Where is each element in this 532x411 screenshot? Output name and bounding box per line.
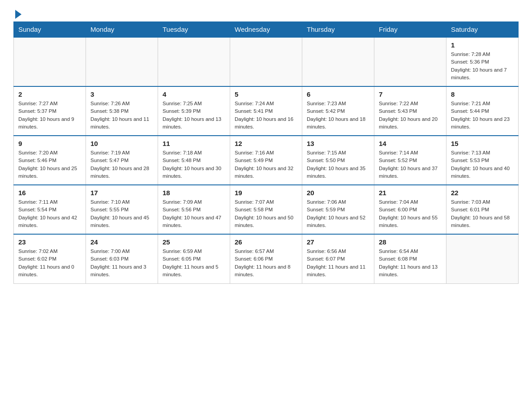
- day-info: Sunrise: 7:02 AMSunset: 6:02 PMDaylight:…: [18, 248, 81, 278]
- day-info: Sunrise: 7:10 AMSunset: 5:55 PMDaylight:…: [90, 198, 153, 229]
- day-number: 27: [307, 238, 369, 246]
- day-number: 14: [379, 140, 442, 147]
- day-info: Sunrise: 7:07 AMSunset: 5:58 PMDaylight:…: [235, 198, 297, 229]
- day-of-week-header: Friday: [374, 22, 446, 38]
- calendar-day-cell: 25Sunrise: 6:59 AMSunset: 6:05 PMDayligh…: [158, 234, 230, 283]
- day-number: 15: [451, 140, 514, 147]
- calendar-day-cell: 23Sunrise: 7:02 AMSunset: 6:02 PMDayligh…: [14, 234, 86, 283]
- calendar-day-cell: 15Sunrise: 7:13 AMSunset: 5:53 PMDayligh…: [446, 136, 519, 185]
- calendar-day-cell: 1Sunrise: 7:28 AMSunset: 5:36 PMDaylight…: [446, 37, 519, 86]
- calendar-day-cell: 16Sunrise: 7:11 AMSunset: 5:54 PMDayligh…: [14, 185, 86, 234]
- calendar-table: SundayMondayTuesdayWednesdayThursdayFrid…: [13, 21, 519, 284]
- day-info: Sunrise: 7:21 AMSunset: 5:44 PMDaylight:…: [451, 100, 514, 131]
- day-number: 17: [90, 189, 153, 197]
- day-of-week-header: Saturday: [446, 22, 519, 38]
- calendar-day-cell: [158, 37, 230, 86]
- day-info: Sunrise: 7:16 AMSunset: 5:49 PMDaylight:…: [235, 149, 297, 180]
- day-of-week-header: Thursday: [302, 22, 374, 38]
- calendar-day-cell: 24Sunrise: 7:00 AMSunset: 6:03 PMDayligh…: [86, 234, 158, 283]
- day-info: Sunrise: 7:18 AMSunset: 5:48 PMDaylight:…: [163, 149, 225, 180]
- day-number: 25: [163, 238, 225, 246]
- day-info: Sunrise: 7:06 AMSunset: 5:59 PMDaylight:…: [307, 198, 369, 229]
- day-info: Sunrise: 7:14 AMSunset: 5:52 PMDaylight:…: [379, 149, 442, 180]
- day-info: Sunrise: 7:23 AMSunset: 5:42 PMDaylight:…: [307, 100, 369, 131]
- day-info: Sunrise: 7:24 AMSunset: 5:41 PMDaylight:…: [235, 100, 297, 131]
- day-info: Sunrise: 7:22 AMSunset: 5:43 PMDaylight:…: [379, 100, 442, 131]
- day-number: 28: [379, 238, 442, 246]
- logo-arrow-icon: [15, 10, 21, 19]
- day-number: 5: [235, 90, 297, 98]
- calendar-day-cell: 7Sunrise: 7:22 AMSunset: 5:43 PMDaylight…: [374, 86, 446, 136]
- day-number: 18: [163, 189, 225, 197]
- day-of-week-header: Wednesday: [230, 22, 302, 38]
- day-info: Sunrise: 7:11 AMSunset: 5:54 PMDaylight:…: [18, 198, 81, 229]
- calendar-day-cell: [14, 37, 86, 86]
- calendar-header-row: SundayMondayTuesdayWednesdayThursdayFrid…: [14, 22, 519, 38]
- day-of-week-header: Sunday: [14, 22, 86, 38]
- calendar-day-cell: 18Sunrise: 7:09 AMSunset: 5:56 PMDayligh…: [158, 185, 230, 234]
- day-info: Sunrise: 7:28 AMSunset: 5:36 PMDaylight:…: [451, 51, 514, 81]
- logo: [13, 9, 21, 17]
- calendar-week-row: 1Sunrise: 7:28 AMSunset: 5:36 PMDaylight…: [14, 37, 519, 86]
- calendar-day-cell: [446, 234, 519, 283]
- day-of-week-header: Tuesday: [158, 22, 230, 38]
- day-number: 12: [235, 140, 297, 147]
- calendar-day-cell: 26Sunrise: 6:57 AMSunset: 6:06 PMDayligh…: [230, 234, 302, 283]
- day-info: Sunrise: 7:09 AMSunset: 5:56 PMDaylight:…: [163, 198, 225, 229]
- day-info: Sunrise: 6:59 AMSunset: 6:05 PMDaylight:…: [163, 248, 225, 278]
- page-header: [13, 9, 519, 17]
- day-number: 21: [379, 189, 442, 197]
- day-number: 20: [307, 189, 369, 197]
- day-info: Sunrise: 7:26 AMSunset: 5:38 PMDaylight:…: [90, 100, 153, 131]
- calendar-day-cell: [374, 37, 446, 86]
- day-number: 3: [90, 90, 153, 98]
- day-info: Sunrise: 7:04 AMSunset: 6:00 PMDaylight:…: [379, 198, 442, 229]
- calendar-day-cell: 9Sunrise: 7:20 AMSunset: 5:46 PMDaylight…: [14, 136, 86, 185]
- calendar-day-cell: 14Sunrise: 7:14 AMSunset: 5:52 PMDayligh…: [374, 136, 446, 185]
- day-number: 1: [451, 41, 514, 49]
- day-number: 2: [18, 90, 81, 98]
- day-info: Sunrise: 6:54 AMSunset: 6:08 PMDaylight:…: [379, 248, 442, 278]
- calendar-week-row: 23Sunrise: 7:02 AMSunset: 6:02 PMDayligh…: [14, 234, 519, 283]
- day-number: 13: [307, 140, 369, 147]
- day-info: Sunrise: 7:13 AMSunset: 5:53 PMDaylight:…: [451, 149, 514, 180]
- calendar-day-cell: [230, 37, 302, 86]
- day-number: 24: [90, 238, 153, 246]
- day-info: Sunrise: 7:19 AMSunset: 5:47 PMDaylight:…: [90, 149, 153, 180]
- day-number: 22: [451, 189, 514, 197]
- day-info: Sunrise: 6:57 AMSunset: 6:06 PMDaylight:…: [235, 248, 297, 278]
- calendar-day-cell: 21Sunrise: 7:04 AMSunset: 6:00 PMDayligh…: [374, 185, 446, 234]
- day-number: 19: [235, 189, 297, 197]
- day-info: Sunrise: 6:56 AMSunset: 6:07 PMDaylight:…: [307, 248, 369, 278]
- calendar-day-cell: 19Sunrise: 7:07 AMSunset: 5:58 PMDayligh…: [230, 185, 302, 234]
- day-number: 7: [379, 90, 442, 98]
- calendar-day-cell: [302, 37, 374, 86]
- day-info: Sunrise: 7:00 AMSunset: 6:03 PMDaylight:…: [90, 248, 153, 278]
- day-info: Sunrise: 7:15 AMSunset: 5:50 PMDaylight:…: [307, 149, 369, 180]
- day-number: 6: [307, 90, 369, 98]
- calendar-day-cell: 20Sunrise: 7:06 AMSunset: 5:59 PMDayligh…: [302, 185, 374, 234]
- day-number: 23: [18, 238, 81, 246]
- day-number: 16: [18, 189, 81, 197]
- calendar-day-cell: 8Sunrise: 7:21 AMSunset: 5:44 PMDaylight…: [446, 86, 519, 136]
- calendar-day-cell: 4Sunrise: 7:25 AMSunset: 5:39 PMDaylight…: [158, 86, 230, 136]
- day-number: 26: [235, 238, 297, 246]
- day-of-week-header: Monday: [86, 22, 158, 38]
- day-number: 8: [451, 90, 514, 98]
- calendar-week-row: 2Sunrise: 7:27 AMSunset: 5:37 PMDaylight…: [14, 86, 519, 136]
- calendar-day-cell: [86, 37, 158, 86]
- day-number: 9: [18, 140, 81, 147]
- calendar-day-cell: 28Sunrise: 6:54 AMSunset: 6:08 PMDayligh…: [374, 234, 446, 283]
- calendar-day-cell: 2Sunrise: 7:27 AMSunset: 5:37 PMDaylight…: [14, 86, 86, 136]
- calendar-day-cell: 17Sunrise: 7:10 AMSunset: 5:55 PMDayligh…: [86, 185, 158, 234]
- calendar-day-cell: 11Sunrise: 7:18 AMSunset: 5:48 PMDayligh…: [158, 136, 230, 185]
- calendar-week-row: 16Sunrise: 7:11 AMSunset: 5:54 PMDayligh…: [14, 185, 519, 234]
- day-number: 4: [163, 90, 225, 98]
- calendar-day-cell: 27Sunrise: 6:56 AMSunset: 6:07 PMDayligh…: [302, 234, 374, 283]
- day-number: 10: [90, 140, 153, 147]
- calendar-day-cell: 22Sunrise: 7:03 AMSunset: 6:01 PMDayligh…: [446, 185, 519, 234]
- day-info: Sunrise: 7:20 AMSunset: 5:46 PMDaylight:…: [18, 149, 81, 180]
- calendar-day-cell: 13Sunrise: 7:15 AMSunset: 5:50 PMDayligh…: [302, 136, 374, 185]
- calendar-day-cell: 12Sunrise: 7:16 AMSunset: 5:49 PMDayligh…: [230, 136, 302, 185]
- calendar-day-cell: 6Sunrise: 7:23 AMSunset: 5:42 PMDaylight…: [302, 86, 374, 136]
